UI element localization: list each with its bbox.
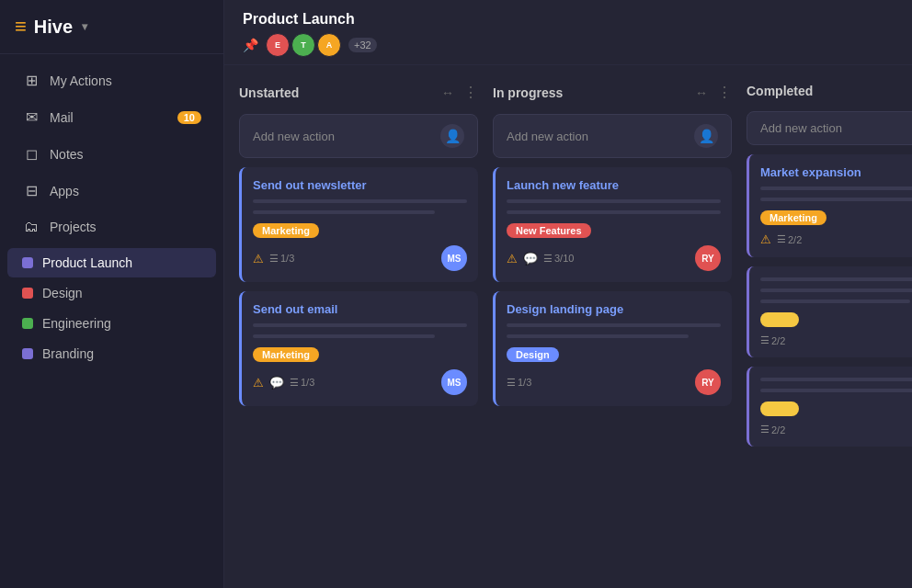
add-action-label: Add new action: [760, 121, 842, 135]
card-tag[interactable]: Marketing: [760, 210, 826, 225]
project-dot: [22, 288, 33, 299]
card-line: [507, 199, 721, 203]
sidebar-item-engineering[interactable]: Engineering: [7, 309, 216, 338]
card-line: [253, 199, 467, 203]
card-tag[interactable]: Design: [507, 347, 559, 362]
add-action-button-in-progress[interactable]: Add new action 👤: [493, 114, 732, 158]
card-footer: ☰ 2/2: [760, 424, 912, 435]
card-line: [507, 334, 689, 338]
card-title[interactable]: Market expansion: [760, 165, 912, 179]
members-count: +32: [348, 38, 377, 52]
sidebar: ≡ Hive ▾ ⊞ My Actions ✉ Mail 10 ◻ Notes …: [0, 0, 224, 588]
card-tag[interactable]: Marketing: [253, 347, 319, 362]
add-action-label: Add new action: [253, 130, 335, 143]
add-action-label: Add new action: [507, 130, 588, 143]
card-line: [507, 210, 721, 214]
project-label: Engineering: [42, 316, 111, 331]
checklist-icon: ☰: [760, 424, 770, 435]
card-avatar: RY: [695, 369, 721, 395]
warning-icon: ⚠: [507, 252, 518, 266]
sidebar-item-apps[interactable]: ⊟ Apps: [7, 173, 216, 209]
checklist-count: ☰ 1/3: [269, 253, 294, 265]
checklist-icon: ☰: [760, 334, 770, 346]
card-footer: ⚠ ☰ 1/3 MS: [253, 245, 467, 271]
card-launch-feature: Launch new feature New Features ⚠ 💬 ☰ 3/…: [493, 167, 732, 282]
checklist-count: ☰ 1/3: [290, 377, 314, 389]
card-completed-2: ☰ 2/2: [747, 266, 912, 357]
warning-icon: ⚠: [253, 252, 264, 266]
sidebar-item-my-actions[interactable]: ⊞ My Actions: [7, 62, 216, 98]
sidebar-item-design[interactable]: Design: [7, 278, 216, 308]
avatar: A: [317, 33, 341, 57]
avatar-group: E T A: [266, 33, 341, 57]
mail-badge: 10: [177, 111, 201, 124]
sidebar-item-product-launch[interactable]: Product Launch: [7, 248, 216, 277]
checklist-icon: ☰: [269, 253, 279, 265]
project-dot: [22, 348, 33, 359]
sidebar-item-label: Apps: [50, 184, 79, 198]
card-line: [253, 323, 467, 327]
checklist-icon: ☰: [777, 233, 786, 245]
project-label: Branding: [42, 346, 94, 361]
checklist-count: ☰ 2/2: [760, 334, 785, 346]
checklist-count: ☰ 1/3: [507, 377, 531, 389]
column-menu-icon[interactable]: ⋮: [717, 84, 732, 101]
card-title[interactable]: Send out newsletter: [253, 178, 467, 192]
card-send-email: Send out email Marketing ⚠ 💬 ☰ 1/3 MS: [239, 291, 478, 406]
kanban-column-unstarted: Unstarted ↔ ⋮ Add new action 👤 Send out …: [239, 80, 478, 573]
app-name: Hive: [34, 17, 73, 38]
sidebar-item-label: Notes: [50, 147, 84, 162]
card-footer: ⚠ ☰ 2/2: [760, 232, 912, 246]
checklist-count: ☰ 3/10: [543, 253, 574, 265]
expand-icon[interactable]: ↔: [695, 85, 708, 100]
avatar: T: [291, 33, 315, 57]
card-market-expansion: Market expansion Marketing ⚠ ☰ 2/2: [747, 154, 912, 257]
sidebar-item-notes[interactable]: ◻ Notes: [7, 136, 216, 172]
card-tag: [760, 312, 799, 327]
card-title[interactable]: Launch new feature: [507, 178, 721, 192]
app-logo[interactable]: ≡ Hive ▾: [15, 15, 87, 39]
card-footer: ☰ 1/3 RY: [507, 369, 721, 395]
page-title: Product Launch: [243, 11, 894, 28]
column-menu-icon[interactable]: ⋮: [463, 84, 478, 101]
column-title: Unstarted: [239, 85, 436, 100]
card-title[interactable]: Send out email: [253, 302, 467, 316]
card-footer: ⚠ 💬 ☰ 3/10 RY: [507, 245, 721, 271]
header-sub: 📌 E T A +32: [243, 33, 894, 57]
card-title[interactable]: Design landing page: [507, 302, 721, 316]
sidebar-item-branding[interactable]: Branding: [7, 339, 216, 368]
project-dot: [22, 318, 33, 329]
sidebar-header: ≡ Hive ▾: [0, 0, 223, 54]
column-title: In progress: [493, 85, 690, 100]
notes-icon: ◻: [22, 145, 40, 163]
add-action-button-unstarted[interactable]: Add new action 👤: [239, 114, 478, 158]
warning-icon: ⚠: [253, 376, 264, 390]
card-line: [507, 323, 721, 327]
kanban-column-completed: Completed Add new action Market expansio…: [747, 80, 912, 573]
card-line: [760, 300, 910, 303]
column-title: Completed: [747, 84, 912, 98]
add-action-button-completed[interactable]: Add new action: [747, 111, 912, 145]
kanban-column-in-progress: In progress ↔ ⋮ Add new action 👤 Launch …: [493, 80, 732, 573]
pin-icon: 📌: [243, 38, 258, 52]
card-avatar: MS: [441, 369, 467, 395]
sidebar-item-label: Projects: [50, 220, 97, 234]
column-header-completed: Completed: [747, 80, 912, 102]
mail-icon: ✉: [22, 108, 40, 126]
card-tag[interactable]: Marketing: [253, 223, 319, 238]
card-design-landing: Design landing page Design ☰ 1/3 RY: [493, 291, 732, 406]
column-header-in-progress: In progress ↔ ⋮: [493, 80, 732, 105]
card-send-newsletter: Send out newsletter Marketing ⚠ ☰ 1/3 MS: [239, 167, 478, 282]
add-action-avatar: 👤: [440, 124, 464, 148]
sidebar-item-projects[interactable]: 🗂 Projects: [7, 209, 216, 244]
card-avatar: MS: [441, 245, 467, 271]
expand-icon[interactable]: ↔: [441, 85, 454, 100]
sidebar-item-mail[interactable]: ✉ Mail 10: [7, 99, 216, 135]
chat-icon: 💬: [269, 376, 284, 390]
main-content: Product Launch 📌 E T A +32 Unstarted ↔ ⋮…: [224, 0, 912, 588]
page-header: Product Launch 📌 E T A +32: [224, 0, 912, 65]
card-line: [253, 210, 435, 214]
apps-icon: ⊟: [22, 182, 40, 199]
card-tag[interactable]: New Features: [507, 223, 591, 238]
card-line: [760, 277, 912, 281]
